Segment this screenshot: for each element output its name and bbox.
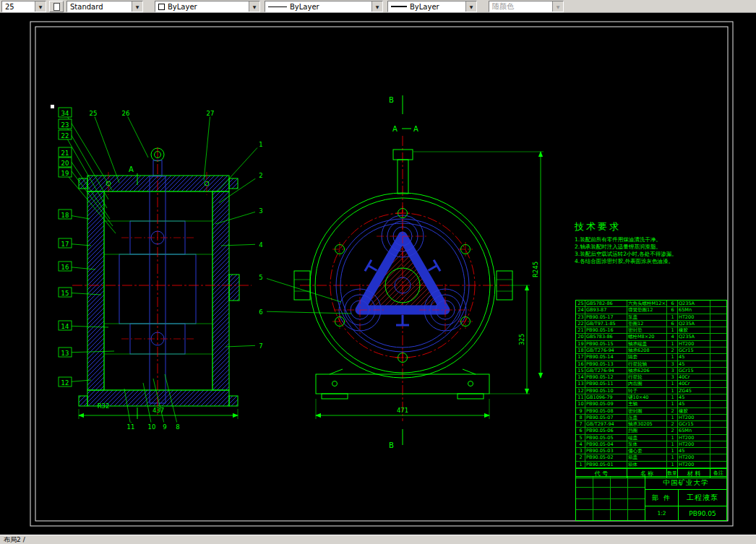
color-swatch-icon bbox=[158, 4, 165, 10]
bom-cell-name: 螺栓M8×20 bbox=[627, 334, 667, 340]
layout-tab[interactable]: 布局2 bbox=[4, 535, 21, 544]
bom-cell-code: PB90.05-04 bbox=[585, 441, 627, 447]
bom-cell-name: 转子 bbox=[627, 388, 667, 394]
bom-cell-note bbox=[710, 327, 726, 333]
text-style-combo[interactable]: Standard ▼ bbox=[66, 1, 143, 12]
chevron-down-icon[interactable]: ▼ bbox=[35, 1, 46, 12]
bom-cell-qty: 1 bbox=[667, 401, 678, 407]
bom-cell-name: 轴承端盖 bbox=[627, 341, 667, 347]
bom-cell-note bbox=[710, 361, 726, 367]
title-block-signature-grid bbox=[576, 477, 645, 520]
bom-rows: 25GB5782-86六角头螺栓M12×356Q235A24GB93-87弹簧垫… bbox=[576, 301, 726, 468]
chevron-down-icon[interactable]: ▼ bbox=[465, 1, 476, 12]
callout-number: 26 bbox=[122, 110, 130, 117]
color-combo[interactable]: ByLayer ▼ bbox=[155, 1, 260, 12]
make-layer-current-button[interactable] bbox=[49, 1, 64, 12]
tech-line: 3.装配后空载试运转2小时,各处不得渗漏。 bbox=[575, 251, 677, 258]
bom-cell-name: 主轴 bbox=[627, 401, 667, 407]
bom-cell-name: 偏心套 bbox=[627, 448, 667, 454]
bom-cell-seq: 23 bbox=[576, 314, 585, 320]
callout-number: 9 bbox=[163, 423, 166, 431]
bom-cell-qty: 1 bbox=[667, 448, 678, 454]
lineweight-combo[interactable]: ByLayer ▼ bbox=[387, 1, 477, 12]
bom-cell-material: 45 bbox=[678, 361, 710, 367]
callout-number: 3 bbox=[259, 207, 262, 215]
bom-cell-name: 泵盖 bbox=[627, 314, 667, 320]
bom-cell-qty: 1 bbox=[667, 435, 678, 441]
bom-cell-material: HT200 bbox=[678, 454, 710, 460]
callout-number: 6 bbox=[259, 308, 262, 316]
bom-cell-name: 压盖 bbox=[627, 415, 667, 420]
chevron-down-icon[interactable]: ▼ bbox=[249, 1, 259, 12]
callout-number: 11 bbox=[127, 423, 135, 431]
bom-cell-seq: 1 bbox=[576, 462, 585, 467]
bom-cell-qty: 2 bbox=[667, 421, 678, 427]
bom-cell-note bbox=[710, 374, 726, 380]
layer-combo[interactable]: 25 ▼ bbox=[1, 1, 46, 12]
bom-row: 6PB90.05-06挡圈265Mn bbox=[576, 428, 726, 434]
linetype-combo[interactable]: ByLayer ▼ bbox=[265, 1, 383, 12]
callout-number: 1 bbox=[259, 141, 262, 148]
bom-cell-seq: 9 bbox=[576, 408, 585, 414]
tech-requirements: 技术要求 1.装配前所有零件用煤油清洗干净。 2.轴承装配时注入适量锂基润滑脂。… bbox=[575, 220, 677, 265]
bom-cell-code: PB90.05-15 bbox=[585, 341, 627, 347]
section-b-mark-bottom: B bbox=[389, 441, 394, 449]
bom-cell-seq: 3 bbox=[576, 448, 585, 454]
bom-cell-material: 45 bbox=[678, 354, 710, 360]
bom-cell-material: HT200 bbox=[678, 415, 710, 420]
bom-cell-note bbox=[710, 435, 726, 441]
callout-number: 8 bbox=[176, 423, 179, 431]
callout-number: 14 bbox=[61, 323, 69, 330]
selection-grip[interactable] bbox=[51, 105, 54, 108]
bom-cell-material: 橡胶 bbox=[678, 327, 710, 333]
dim-left-radius: R32 bbox=[98, 402, 110, 410]
bom-cell-note bbox=[710, 415, 726, 420]
chevron-down-icon[interactable]: ▼ bbox=[371, 1, 382, 12]
bom-cell-qty: 1 bbox=[667, 441, 678, 447]
linetype-sample-icon bbox=[268, 7, 287, 7]
bom-cell-material: HT200 bbox=[678, 341, 710, 347]
drawing-canvas[interactable]: A A 437 R32 bbox=[0, 13, 756, 535]
bom-cell-seq: 15 bbox=[576, 368, 585, 374]
bom-cell-code: GB5782-86 bbox=[585, 301, 627, 306]
bom-row: 3PB90.05-03偏心套145 bbox=[576, 448, 726, 454]
bom-cell-material: Q235A bbox=[678, 301, 710, 306]
bom-row: 18GB/T276-94轴承62082GCr15 bbox=[576, 347, 726, 354]
parts-list: 25GB5782-86六角头螺栓M12×356Q235A24GB93-87弹簧垫… bbox=[575, 300, 727, 478]
bom-row: 9PB90.05-08密封圈2橡胶 bbox=[576, 408, 726, 415]
bom-row: 1PB90.05-01箱体1HT200 bbox=[576, 462, 726, 468]
bom-cell-note bbox=[710, 394, 726, 400]
bom-cell-name: 弹簧垫圈12 bbox=[627, 307, 667, 313]
bom-cell-material: HT200 bbox=[678, 441, 710, 447]
bom-row: 25GB5782-86六角头螺栓M12×356Q235A bbox=[576, 301, 726, 307]
bom-cell-name: 密封垫 bbox=[627, 327, 667, 333]
drawing-type-label: 部 件 bbox=[645, 490, 679, 506]
bom-cell-seq: 16 bbox=[576, 361, 585, 367]
bom-cell-seq: 13 bbox=[576, 381, 585, 387]
bom-row: 8PB90.05-07压盖1HT200 bbox=[576, 415, 726, 421]
bom-cell-name: 键10×40 bbox=[627, 394, 667, 400]
bom-cell-note bbox=[710, 448, 726, 454]
bom-cell-note bbox=[710, 428, 726, 433]
bom-cell-note bbox=[710, 307, 726, 313]
bom-cell-code: GB/T97.1-85 bbox=[585, 321, 627, 327]
bom-cell-material: 40Cr bbox=[678, 374, 710, 380]
bom-cell-note bbox=[710, 368, 726, 374]
bom-cell-seq: 17 bbox=[576, 354, 585, 360]
bom-cell-material: GCr15 bbox=[678, 368, 710, 374]
bom-row: 20GB5783-86螺栓M8×204Q235A bbox=[576, 334, 726, 340]
properties-toolbar: 25 ▼ Standard ▼ ByLayer ▼ ByLayer ▼ ByLa… bbox=[0, 0, 756, 13]
chevron-down-icon[interactable]: ▼ bbox=[132, 1, 142, 12]
bom-cell-note bbox=[710, 354, 726, 360]
bom-cell-note bbox=[710, 454, 726, 460]
lineweight-value: ByLayer bbox=[407, 3, 465, 11]
bom-row: 17PB90.05-14隔套145 bbox=[576, 354, 726, 360]
bom-cell-code: PB90.05-06 bbox=[585, 428, 627, 433]
bom-cell-name: 轴承6206 bbox=[627, 368, 667, 374]
bom-cell-code: PB90.05-08 bbox=[585, 408, 627, 414]
callout-number: 13 bbox=[61, 350, 69, 357]
bom-row: 22GB/T97.1-85垫圈126Q235A bbox=[576, 321, 726, 327]
bom-cell-note bbox=[710, 401, 726, 407]
bom-cell-qty: 1 bbox=[667, 327, 678, 333]
statusbar: 布局2 / bbox=[0, 535, 756, 544]
